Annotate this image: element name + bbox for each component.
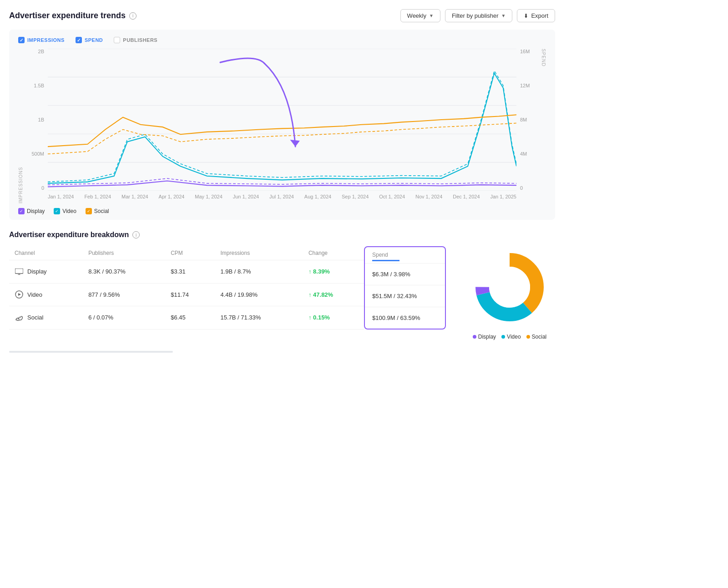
video-channel: Video — [9, 283, 83, 306]
table-row: Social 6 / 0.07% $6.45 15.7B / 71.33% ↑ … — [9, 306, 364, 329]
col-impressions: Impressions — [215, 246, 303, 260]
donut-legend-social: Social — [526, 334, 547, 340]
filter-publisher-button[interactable]: Filter by publisher ▼ — [445, 9, 513, 22]
svg-marker-6 — [290, 140, 299, 147]
toggle-spend[interactable]: ✓ SPEND — [76, 37, 103, 43]
legend-social[interactable]: ✓ Social — [86, 208, 109, 214]
spend-checkbox[interactable]: ✓ — [76, 37, 82, 43]
impressions-checkbox[interactable]: ✓ — [18, 37, 25, 43]
display-spend: $6.3M / 3.98% — [365, 263, 445, 285]
video-impressions: 4.4B / 19.98% — [215, 283, 303, 306]
video-spend: $51.5M / 32.43% — [365, 285, 445, 307]
video-publishers: 877 / 9.56% — [83, 283, 165, 306]
toggle-publishers[interactable]: PUBLISHERS — [114, 37, 157, 43]
donut-display-dot — [473, 335, 476, 339]
social-change: ↑ 0.15% — [303, 306, 364, 329]
breakdown-header: Advertiser expenditure breakdown i — [9, 231, 555, 239]
weekly-button[interactable]: Weekly ▼ — [400, 9, 440, 22]
social-icon — [15, 313, 24, 322]
display-cpm: $3.31 — [165, 260, 215, 284]
display-change: ↑ 8.39% — [303, 260, 364, 284]
breakdown-title: Advertiser expenditure breakdown — [9, 231, 129, 239]
svg-rect-7 — [15, 269, 23, 274]
breakdown-table: Channel Publishers CPM Impressions Chang… — [9, 246, 364, 329]
table-row: Video 877 / 9.56% $11.74 4.4B / 19.98% ↑… — [9, 283, 364, 306]
filter-chevron-icon: ▼ — [501, 13, 506, 18]
horizontal-scrollbar[interactable] — [9, 351, 173, 353]
publishers-checkbox[interactable] — [114, 37, 120, 43]
table-row: Display 8.3K / 90.37% $3.31 1.9B / 8.7% … — [9, 260, 364, 284]
col-publishers: Publishers — [83, 246, 165, 260]
spend-underline — [372, 260, 399, 261]
chart-svg — [48, 49, 516, 191]
legend-display-icon: ✓ — [18, 208, 25, 214]
chart-toggles: ✓ IMPRESSIONS ✓ SPEND PUBLISHERS — [18, 37, 546, 43]
donut-legend: Display Video Social — [473, 334, 547, 340]
spend-highlight-box: Spend $6.3M / 3.98% $51.5M / 32.43% $100… — [364, 246, 446, 329]
legend-display[interactable]: ✓ Display — [18, 208, 45, 214]
x-axis: Jan 1, 2024 Feb 1, 2024 Mar 1, 2024 Apr … — [48, 192, 516, 199]
breakdown-content: Channel Publishers CPM Impressions Chang… — [9, 246, 555, 340]
chart-legend: ✓ Display ✓ Video ✓ Social — [18, 208, 546, 214]
download-icon: ⬇ — [524, 13, 528, 19]
social-spend: $100.9M / 63.59% — [365, 307, 445, 329]
svg-point-17 — [489, 267, 530, 308]
export-button[interactable]: ⬇ Export — [517, 9, 555, 22]
donut-chart — [469, 246, 551, 328]
page-header: Advertiser expenditure trends i Weekly ▼… — [9, 9, 555, 22]
donut-legend-display: Display — [473, 334, 496, 340]
display-publishers: 8.3K / 90.37% — [83, 260, 165, 284]
header-left: Advertiser expenditure trends i — [9, 11, 136, 20]
donut-social-dot — [526, 335, 530, 339]
toggle-impressions[interactable]: ✓ IMPRESSIONS — [18, 37, 65, 43]
social-channel: Social — [9, 306, 83, 329]
impressions-label: IMPRESSIONS — [27, 37, 65, 43]
legend-video[interactable]: ✓ Video — [54, 208, 76, 214]
chart-area: IMPRESSIONS 2B 1.5B 1B 500M 0 — [18, 49, 546, 203]
video-icon — [15, 290, 24, 299]
donut-video-dot — [501, 335, 505, 339]
breakdown-table-area: Channel Publishers CPM Impressions Chang… — [9, 246, 446, 329]
header-controls: Weekly ▼ Filter by publisher ▼ ⬇ Export — [400, 9, 555, 22]
video-cpm: $11.74 — [165, 283, 215, 306]
y-axis-right: 16M 12M 8M 4M 0 — [516, 49, 539, 203]
social-publishers: 6 / 0.07% — [83, 306, 165, 329]
svg-marker-11 — [18, 293, 21, 296]
col-channel: Channel — [9, 246, 83, 260]
donut-legend-video: Video — [501, 334, 521, 340]
chart-inner: Jan 1, 2024 Feb 1, 2024 Mar 1, 2024 Apr … — [48, 49, 516, 203]
page-title: Advertiser expenditure trends — [9, 11, 126, 20]
col-cpm: CPM — [165, 246, 215, 260]
social-impressions: 15.7B / 71.33% — [215, 306, 303, 329]
publishers-label: PUBLISHERS — [123, 37, 157, 43]
title-info-icon[interactable]: i — [129, 12, 136, 20]
social-cpm: $6.45 — [165, 306, 215, 329]
weekly-chevron-icon: ▼ — [429, 13, 434, 18]
display-channel: Display — [9, 260, 83, 284]
y-axis-left: 2B 1.5B 1B 500M 0 — [25, 49, 48, 203]
col-change: Change — [303, 246, 364, 260]
donut-area: Display Video Social — [464, 246, 555, 340]
legend-video-icon: ✓ — [54, 208, 60, 214]
video-change: ↑ 47.82% — [303, 283, 364, 306]
spend-col-header: Spend — [365, 247, 445, 263]
breakdown-section: Advertiser expenditure breakdown i Chann… — [9, 231, 555, 340]
spend-label: SPEND — [85, 37, 103, 43]
y-axis-right-label: SPEND — [541, 49, 546, 203]
legend-social-icon: ✓ — [86, 208, 92, 214]
breakdown-info-icon[interactable]: i — [132, 231, 140, 238]
display-impressions: 1.9B / 8.7% — [215, 260, 303, 284]
y-axis-left-label: IMPRESSIONS — [18, 49, 23, 203]
chart-section: ✓ IMPRESSIONS ✓ SPEND PUBLISHERS IMPRESS… — [9, 30, 555, 220]
display-icon — [15, 267, 24, 276]
